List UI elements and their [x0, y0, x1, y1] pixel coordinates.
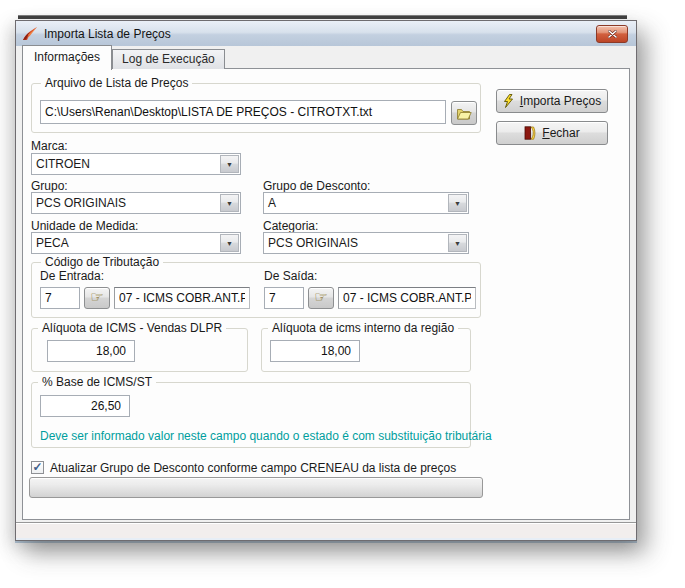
- marca-dropdown-button[interactable]: ▼: [220, 155, 239, 173]
- atualizar-grupo-checkbox-label: Atualizar Grupo de Desconto conforme cam…: [50, 461, 456, 475]
- statusbar: [16, 522, 636, 540]
- import-progress-bar: [29, 477, 483, 498]
- grupo-desconto-select[interactable]: A ▼: [263, 192, 469, 214]
- group-aliquota-interno: Alíquota de icms interno da região: [261, 328, 471, 372]
- grupo-label: Grupo:: [31, 179, 68, 193]
- unidade-select[interactable]: PECA ▼: [31, 232, 241, 254]
- grupo-value: PCS ORIGINAIS: [32, 193, 240, 210]
- window-title: Importa Lista de Preços: [44, 27, 171, 41]
- tab-informacoes[interactable]: Informações: [22, 45, 112, 70]
- grupo-select[interactable]: PCS ORIGINAIS ▼: [31, 192, 241, 214]
- atualizar-grupo-checkbox[interactable]: ✓: [31, 461, 44, 474]
- importa-lista-de-precos-dialog: Importa Lista de Preços Informações Log …: [15, 20, 637, 541]
- close-button[interactable]: [596, 25, 628, 43]
- categoria-value: PCS ORIGINAIS: [264, 233, 468, 250]
- chevron-down-icon: ▼: [454, 200, 461, 207]
- base-icms-st-input[interactable]: [40, 395, 130, 417]
- categoria-dropdown-button[interactable]: ▼: [448, 234, 467, 252]
- group-aliquota-dlpr: Alíquota de ICMS - Vendas DLPR: [31, 328, 248, 372]
- chevron-down-icon: ▼: [226, 161, 233, 168]
- aliquota-dlpr-input[interactable]: [47, 340, 135, 362]
- group-arquivo-label: Arquivo de Lista de Preços: [41, 76, 192, 90]
- exit-door-icon: [524, 126, 536, 140]
- de-entrada-label: De Entrada:: [40, 269, 104, 283]
- open-folder-icon: [456, 107, 472, 120]
- grupo-dropdown-button[interactable]: ▼: [220, 194, 239, 212]
- unidade-dropdown-button[interactable]: ▼: [220, 234, 239, 252]
- group-codigo-tributacao-label: Código de Tributação: [41, 255, 163, 269]
- de-saida-label: De Saída:: [264, 269, 317, 283]
- group-aliquota-dlpr-label: Alíquota de ICMS - Vendas DLPR: [38, 321, 226, 335]
- group-arquivo: Arquivo de Lista de Preços: [31, 83, 481, 133]
- lightning-icon: [503, 94, 514, 108]
- grupo-desconto-dropdown-button[interactable]: ▼: [448, 194, 467, 212]
- importa-precos-button[interactable]: Importa Preços: [496, 89, 608, 113]
- browse-file-button[interactable]: [451, 101, 477, 125]
- categoria-label: Categoria:: [263, 219, 318, 233]
- unidade-label: Unidade de Medida:: [31, 219, 138, 233]
- chevron-down-icon: ▼: [226, 200, 233, 207]
- marca-value: CITROEN: [32, 154, 240, 171]
- checkmark-icon: ✓: [32, 462, 42, 472]
- chevron-down-icon: ▼: [454, 240, 461, 247]
- close-icon: [608, 30, 617, 38]
- group-aliquota-interno-label: Alíquota de icms interno da região: [268, 321, 458, 335]
- pointing-hand-icon: ☞: [90, 291, 103, 303]
- unidade-value: PECA: [32, 233, 240, 250]
- fechar-label: Fechar: [542, 126, 579, 140]
- group-codigo-tributacao: Código de Tributação De Entrada: ☞ De Sa…: [31, 262, 481, 318]
- categoria-select[interactable]: PCS ORIGINAIS ▼: [263, 232, 469, 254]
- aliquota-interno-input[interactable]: [270, 340, 360, 362]
- de-saida-codigo-input[interactable]: [264, 287, 304, 309]
- chevron-down-icon: ▼: [226, 240, 233, 247]
- background-window-edge: [18, 13, 627, 19]
- group-base-icms-st-label: % Base de ICMS/ST: [38, 375, 156, 389]
- titlebar[interactable]: Importa Lista de Preços: [16, 21, 636, 46]
- marca-label: Marca:: [31, 139, 68, 153]
- de-saida-descricao-field: [338, 287, 476, 309]
- app-icon: [22, 26, 38, 42]
- de-saida-lookup-button[interactable]: ☞: [308, 287, 334, 309]
- pointing-hand-icon: ☞: [314, 291, 327, 303]
- fechar-button[interactable]: Fechar: [496, 121, 608, 145]
- de-entrada-codigo-input[interactable]: [40, 287, 80, 309]
- tab-strip: Informações Log de Execução: [22, 46, 225, 69]
- de-entrada-descricao-field: [114, 287, 250, 309]
- substituicao-tributaria-note: Deve ser informado valor neste campo qua…: [40, 429, 492, 443]
- de-entrada-lookup-button[interactable]: ☞: [84, 287, 110, 309]
- group-base-icms-st: % Base de ICMS/ST Deve ser informado val…: [31, 382, 471, 448]
- arquivo-path-input[interactable]: [40, 100, 446, 124]
- grupo-desconto-value: A: [264, 193, 468, 210]
- tabpage-informacoes: Arquivo de Lista de Preços Importa Preço…: [22, 68, 630, 520]
- tab-log-de-execucao[interactable]: Log de Execução: [112, 49, 225, 69]
- marca-select[interactable]: CITROEN ▼: [31, 153, 241, 175]
- grupo-desconto-label: Grupo de Desconto:: [263, 179, 370, 193]
- importa-precos-label: Importa Preços: [520, 94, 601, 108]
